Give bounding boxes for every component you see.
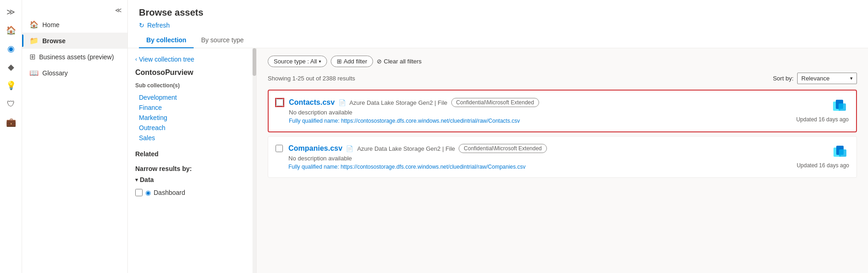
grid-icon: ⊞ (29, 52, 35, 61)
sidebar-item-browse-label: Browse (42, 37, 66, 45)
view-collection-tree-label: View collection tree (139, 56, 194, 63)
data-section: ▾ Data (135, 176, 243, 183)
contacts-csv-title[interactable]: Contacts.csv (289, 98, 335, 107)
diamond-rail-icon[interactable]: ◆ (3, 59, 19, 75)
contacts-csv-fqn: Fully qualified name: https://contososto… (289, 118, 779, 124)
expand-collapse-rail-icon[interactable]: ≫ (3, 4, 19, 20)
add-filter-button[interactable]: ⊞ Add filter (331, 56, 373, 67)
filter-icon: ⊞ (337, 58, 342, 65)
collection-title: ContosoPurview (135, 68, 243, 77)
asset-card-contacts-csv: Contacts.csv 📄 Azure Data Lake Storage G… (268, 90, 857, 132)
results-panel: Source type : All ▾ ⊞ Add filter ⊘ Clear… (257, 48, 868, 273)
related-section-label: Related (135, 150, 243, 158)
page-header: Browse assets ↻ Refresh By collection By… (128, 0, 868, 48)
home-icon: 🏠 (29, 20, 39, 29)
companies-csv-fqn: Fully qualified name: https://contososto… (288, 164, 779, 170)
dashboard-label: Dashboard (154, 189, 185, 196)
sub-collection-development[interactable]: Development (135, 92, 243, 102)
sort-selected-value: Relevance (801, 75, 829, 82)
contacts-csv-body: Contacts.csv 📄 Azure Data Lake Storage G… (289, 98, 779, 124)
by-source-type-tab-label: By source type (201, 36, 244, 44)
sub-collection-finance[interactable]: Finance (135, 102, 243, 113)
content-area: ‹ View collection tree ContosoPurview Su… (128, 48, 868, 273)
sub-collections-list: Development Finance Marketing Outreach S… (135, 92, 243, 143)
file-icon: 📄 (339, 99, 346, 106)
sidebar-item-business-assets-label: Business assets (preview) (39, 53, 114, 61)
book-icon: 📖 (29, 68, 39, 77)
main-content: Browse assets ↻ Refresh By collection By… (128, 0, 868, 273)
add-filter-label: Add filter (344, 58, 367, 65)
contacts-csv-title-row: Contacts.csv 📄 Azure Data Lake Storage G… (289, 98, 779, 107)
companies-csv-title[interactable]: Companies.csv (288, 144, 342, 153)
refresh-icon: ↻ (139, 22, 144, 29)
sidebar-item-business-assets[interactable]: ⊞ Business assets (preview) (22, 49, 127, 65)
browse-rail-icon[interactable]: ◉ (3, 40, 19, 57)
filter-panel-scrollbar-thumb (253, 48, 256, 76)
sidebar-item-glossary-label: Glossary (42, 69, 68, 77)
contacts-csv-description: No description available (289, 109, 779, 116)
contacts-csv-azure-icon (832, 98, 849, 114)
tab-by-collection[interactable]: By collection (139, 33, 194, 48)
lightbulb-rail-icon[interactable]: 💡 (3, 77, 19, 94)
companies-csv-updated: Updated 16 days ago (797, 162, 849, 169)
chevron-left-icon: ‹ (135, 56, 137, 63)
filter-panel-scrollbar[interactable] (253, 48, 256, 273)
icon-rail: ≫ 🏠 ◉ ◆ 💡 🛡 💼 (0, 0, 22, 273)
file-icon-2: 📄 (346, 145, 353, 152)
companies-csv-meta: Azure Data Lake Storage Gen2 | File (357, 145, 455, 152)
source-type-chip-label: Source type : All (274, 58, 317, 65)
contacts-csv-meta: Azure Data Lake Storage Gen2 | File (350, 99, 448, 106)
filter-panel: ‹ View collection tree ContosoPurview Su… (128, 48, 257, 273)
contacts-csv-badge: Confidential\Microsoft Extended (451, 98, 539, 107)
svg-rect-7 (839, 149, 846, 157)
contacts-csv-updated: Updated 16 days ago (796, 116, 849, 123)
sidebar-item-browse[interactable]: 📁 Browse (22, 33, 127, 49)
data-section-label: Data (140, 176, 154, 183)
asset-card-companies-csv: Companies.csv 📄 Azure Data Lake Storage … (268, 136, 857, 178)
sidebar-item-glossary[interactable]: 📖 Glossary (22, 65, 127, 81)
sort-chevron-down-icon: ▾ (850, 75, 853, 81)
sort-dropdown[interactable]: Relevance ▾ (797, 73, 857, 84)
sub-collection-sales[interactable]: Sales (135, 133, 243, 143)
view-collection-tree-link[interactable]: ‹ View collection tree (135, 56, 243, 63)
chip-chevron-down-icon: ▾ (319, 59, 321, 64)
home-rail-icon[interactable]: 🏠 (3, 22, 19, 39)
sub-collection-marketing[interactable]: Marketing (135, 113, 243, 123)
companies-csv-body: Companies.csv 📄 Azure Data Lake Storage … (288, 144, 779, 170)
sidebar-item-home-label: Home (42, 21, 59, 28)
sidebar: ≪ 🏠 Home 📁 Browse ⊞ Business assets (pre… (22, 0, 128, 273)
sidebar-item-home[interactable]: 🏠 Home (22, 17, 127, 33)
sort-area: Sort by: Relevance ▾ (773, 73, 857, 84)
refresh-label: Refresh (147, 22, 170, 29)
clear-all-filters-button[interactable]: ⊘ Clear all filters (377, 58, 421, 65)
shield-rail-icon[interactable]: 🛡 (3, 96, 19, 112)
briefcase-rail-icon[interactable]: 💼 (3, 114, 19, 131)
tabs: By collection By source type (139, 33, 857, 48)
companies-csv-checkbox[interactable] (276, 145, 283, 152)
contacts-csv-checkbox[interactable] (276, 99, 283, 106)
dashboard-row: ◉ Dashboard (135, 187, 243, 198)
sub-collections-label: Sub collection(s) (135, 82, 243, 89)
results-count: Showing 1-25 out of 2388 results (268, 75, 355, 82)
filter-bar: Source type : All ▾ ⊞ Add filter ⊘ Clear… (268, 56, 857, 67)
tab-by-source-type[interactable]: By source type (194, 33, 251, 48)
clear-icon: ⊘ (377, 58, 382, 65)
companies-csv-azure-icon (833, 144, 849, 160)
collapse-sidebar-button[interactable]: ≪ (113, 6, 124, 15)
refresh-button[interactable]: ↻ Refresh (139, 22, 170, 29)
results-info: Showing 1-25 out of 2388 results Sort by… (268, 73, 857, 84)
browse-icon: 📁 (29, 36, 39, 45)
companies-csv-title-row: Companies.csv 📄 Azure Data Lake Storage … (288, 144, 779, 153)
svg-rect-3 (839, 103, 846, 111)
dashboard-circle-icon: ◉ (145, 189, 151, 196)
chevron-down-icon: ▾ (135, 177, 138, 183)
narrow-results-label: Narrow results by: (135, 165, 243, 172)
clear-all-label: Clear all filters (384, 58, 421, 65)
sub-collection-outreach[interactable]: Outreach (135, 123, 243, 133)
companies-csv-badge: Confidential\Microsoft Extended (459, 144, 546, 153)
dashboard-checkbox[interactable] (135, 189, 143, 196)
source-type-chip[interactable]: Source type : All ▾ (268, 56, 327, 67)
page-title: Browse assets (139, 7, 857, 18)
by-collection-tab-label: By collection (146, 36, 186, 44)
sort-by-label: Sort by: (773, 75, 793, 82)
